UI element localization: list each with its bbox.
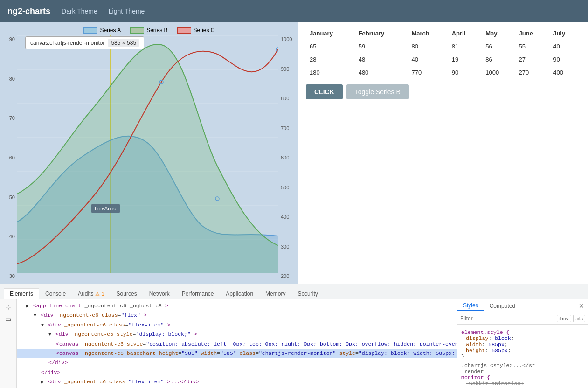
legend-label-a: Series A [100,27,121,34]
tab-console[interactable]: Console [39,288,72,299]
table-row-red: 180 480 770 90 1000 270 400 [306,66,581,79]
toggle-series-b-button[interactable]: Toggle Series B [346,84,409,99]
dom-line-selected[interactable]: <canvas _ngcontent-c6 basechart height="… [17,349,457,358]
cell-0-5: 55 [515,40,550,53]
cell-2-6: 400 [549,66,581,79]
css-rule: width: 585px; [461,341,584,347]
cell-0-1: 59 [355,40,408,53]
dom-line[interactable]: ▶ <app-line-chart _ngcontent-c6 _nghost-… [17,301,457,311]
devtools-tab-bar: Elements Console Audits Sources Network … [0,284,588,299]
tab-memory[interactable]: Memory [259,288,291,299]
col-may: May [482,27,515,40]
table-row: 28 48 40 19 86 27 90 [306,53,581,66]
triangle-icon[interactable]: ▼ [34,313,36,318]
css-rule-strike: -webkit-animation: [461,381,584,387]
legend-box-b [130,27,144,34]
app-brand: ng2-charts [7,7,50,16]
dom-line[interactable]: ▼ <div _ngcontent-c6 class="flex" > [17,311,457,320]
tab-performance[interactable]: Performance [176,288,220,299]
legend-series-a: Series A [83,27,121,34]
cell-1-1: 48 [355,53,408,66]
legend-series-c: Series C [177,27,215,34]
cell-1-6: 90 [549,53,581,66]
tab-audits[interactable]: Audits [72,288,111,299]
css-selector-element: element.style { [461,329,584,335]
tooltip-size: 585 × 585 [108,39,139,47]
legend-label-b: Series B [146,27,167,34]
chart-legend: Series A Series B Series C [0,27,298,34]
dom-line[interactable]: ▼ <div _ngcontent-c6 style="display: blo… [17,330,457,339]
tooltip-element-name: canvas.chartjs-render-monitor [30,40,104,46]
cell-2-2: 770 [408,66,448,79]
tab-styles[interactable]: Styles [457,301,484,311]
dom-line[interactable]: ▼ <div _ngcontent-c6 class="flex-item" > [17,320,457,330]
styles-cls-button[interactable]: .cls [573,315,586,322]
css-rule: height: 585px; [461,347,584,353]
legend-label-c: Series C [194,27,215,34]
data-table-section: January February March April May June Ju… [298,22,588,284]
cell-2-3: 90 [448,66,482,79]
cell-1-3: 19 [448,53,482,66]
main-content: Series A Series B Series C 90 80 70 60 5… [0,22,588,284]
y-axis-left: 90 80 70 60 50 40 30 [2,36,15,279]
dom-line[interactable]: </div> [17,358,457,367]
cell-0-4: 56 [482,40,515,53]
cell-0-2: 80 [408,40,448,53]
cell-1-5: 27 [515,53,550,66]
close-icon[interactable]: ✕ [575,302,588,310]
click-button[interactable]: CLICK [306,84,343,99]
dom-line[interactable]: <canvas _ngcontent-c6 style="position: a… [17,340,457,349]
dom-line[interactable]: </div> [17,368,457,377]
styles-filter-input[interactable] [460,315,555,322]
tab-network[interactable]: Network [143,288,176,299]
table-row: 65 59 80 81 56 55 40 [306,40,581,53]
css-brace: } [461,353,584,360]
devtools-panel: Elements Console Audits Sources Network … [0,284,588,388]
styles-panel-tabs: Styles Computed ✕ [457,299,588,312]
cell-1-4: 86 [482,53,515,66]
cell-2-0: 180 [306,66,355,79]
elements-panel[interactable]: ▶ <app-line-chart _ngcontent-c6 _nghost-… [17,299,457,388]
col-february: February [355,27,408,40]
tab-elements[interactable]: Elements [4,288,39,299]
dark-theme-link[interactable]: Dark Theme [62,7,97,15]
devtools-left-icons: ⊹ ▭ [0,299,17,388]
light-theme-link[interactable]: Light Theme [109,7,145,15]
col-june: June [515,27,550,40]
data-table: January February March April May June Ju… [306,27,581,79]
cell-2-4: 1000 [482,66,515,79]
button-row: CLICK Toggle Series B [306,84,581,99]
css-selector-chartjs: .chartjs <style>...</st [461,362,584,368]
col-january: January [306,27,355,40]
triangle-icon[interactable]: ▶ [41,380,44,385]
tab-security[interactable]: Security [291,288,324,299]
legend-series-b: Series B [130,27,167,34]
col-april: April [448,27,482,40]
device-icon[interactable]: ▭ [2,313,14,325]
styles-panel: Styles Computed ✕ :hov .cls element.styl… [457,299,588,388]
canvas-tooltip: canvas.chartjs-render-monitor 585 × 585 [25,36,144,49]
triangle-icon[interactable]: ▼ [48,332,51,337]
top-nav: ng2-charts Dark Theme Light Theme [0,0,588,22]
dom-line[interactable]: ▶ <div _ngcontent-c6 class="flex-item" >… [17,377,457,387]
triangle-icon[interactable]: ▶ [26,304,29,309]
y-axis-right: 1000 900 800 700 600 500 400 300 200 [281,36,297,279]
tab-sources[interactable]: Sources [111,288,143,299]
cell-0-0: 65 [306,40,355,53]
cell-2-1: 480 [355,66,408,79]
tab-application[interactable]: Application [220,288,259,299]
cell-1-2: 40 [408,53,448,66]
table-header-row: January February March April May June Ju… [306,27,581,40]
col-march: March [408,27,448,40]
tab-computed[interactable]: Computed [484,302,521,310]
styles-hov-button[interactable]: :hov [557,315,571,322]
chart-section: Series A Series B Series C 90 80 70 60 5… [0,22,298,284]
devtools-body: ⊹ ▭ ▶ <app-line-chart _ngcontent-c6 _ngh… [0,299,588,388]
styles-filter-row: :hov .cls [457,312,588,325]
chart-svg [17,35,278,273]
cell-1-0: 28 [306,53,355,66]
cursor-icon[interactable]: ⊹ [2,301,14,312]
legend-box-c [177,27,191,34]
triangle-icon[interactable]: ▼ [41,323,44,328]
cell-0-6: 40 [549,40,581,53]
